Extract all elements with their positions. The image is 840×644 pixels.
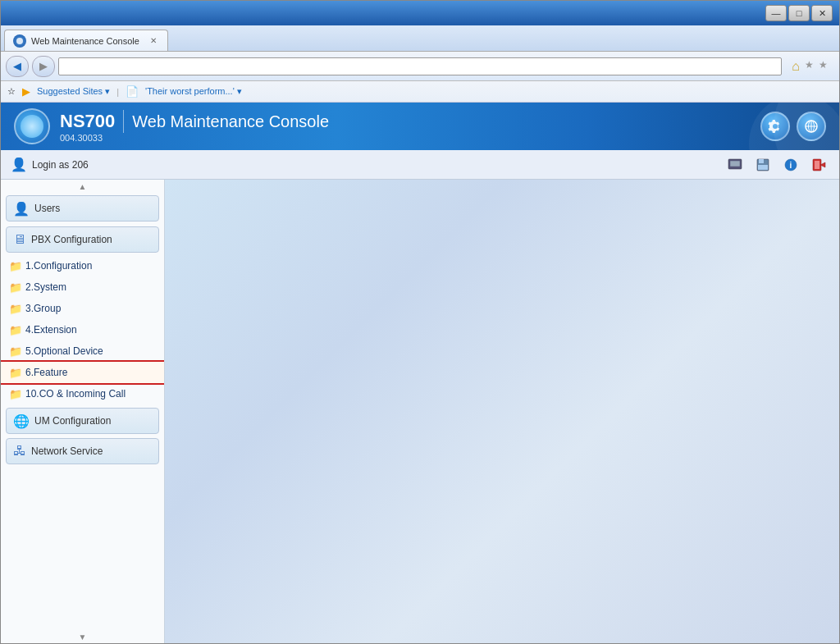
folder-icon-co-incoming: 📁 [9,388,22,400]
svg-point-2 [809,121,815,132]
app-version: 004.30033 [60,133,329,143]
extension-label: 4.Extension [25,324,77,336]
login-info: 👤 Login as 206 [11,157,89,172]
nav-icons: ⌂ ★ ★ [785,59,834,74]
app-toolbar: 👤 Login as 206 i [1,150,839,180]
header-globe-button[interactable] [797,112,826,141]
pbx-icon: 🖥 [13,232,26,247]
users-icon: 👤 [13,201,30,217]
forward-button[interactable]: ▶ [32,56,55,77]
app-title: Web Maintenance Console [132,112,329,131]
group-label: 3.Group [25,303,61,314]
suggested-sites-link[interactable]: Suggested Sites ▾ [37,86,110,97]
bookmark-icon-2: 📄 [126,85,139,98]
network-service-section-header[interactable]: 🖧 Network Service [6,438,159,464]
title-bar: — □ ✕ [1,1,839,25]
login-icon: 👤 [11,157,27,172]
folder-icon-optional-device: 📁 [9,345,22,358]
browser-content: NS700 Web Maintenance Console 004.30033 [1,103,839,643]
logout-icon[interactable] [808,154,829,176]
sidebar-item-system[interactable]: 📁 2.System [1,276,164,298]
save-icon[interactable] [752,154,774,176]
users-label: Users [34,203,60,214]
configuration-label: 1.Configuration [25,260,92,272]
um-icon: 🌐 [13,413,30,429]
optional-device-label: 5.Optional Device [25,345,103,357]
co-incoming-label: 10.CO & Incoming Call [25,388,126,400]
app-header: NS700 Web Maintenance Console 004.30033 [1,103,839,150]
sidebar-item-configuration[interactable]: 📁 1.Configuration [1,255,164,276]
sidebar: ▲ 👤 Users 🖥 PBX Configuration 📁 1. [1,180,165,643]
scroll-down-button[interactable]: ▼ [1,630,164,643]
pbx-configuration-section-header[interactable]: 🖥 PBX Configuration [6,226,159,253]
folder-icon-configuration: 📁 [9,260,22,272]
svg-point-1 [806,121,817,132]
their-worst-label: 'Their worst perform...' ▾ [145,86,242,97]
tabs-bar: Web Maintenance Console ✕ [1,25,839,52]
browser-window: — □ ✕ Web Maintenance Console ✕ ◀ ▶ ⌂ ★ [0,0,840,644]
close-button[interactable]: ✕ [811,5,833,21]
svg-text:i: i [790,161,792,170]
users-section-header[interactable]: 👤 Users [6,195,159,222]
um-label: UM Configuration [34,415,111,427]
tab-favicon [13,34,26,48]
svg-point-0 [16,38,23,44]
address-bar[interactable] [58,57,782,75]
bookmarks-bar: ☆ ▶ Suggested Sites ▾ | 📄 'Their worst p… [1,81,839,103]
svg-rect-6 [730,161,740,167]
home-icon[interactable]: ⌂ [792,59,800,74]
maximize-button[interactable]: □ [788,5,810,21]
login-label: Login as 206 [32,159,89,171]
browser-tab[interactable]: Web Maintenance Console ✕ [4,30,168,51]
app-logo-globe [21,115,43,138]
info-icon[interactable]: i [780,154,801,176]
sidebar-item-co-incoming[interactable]: 📁 10.CO & Incoming Call [1,383,164,404]
sidebar-item-extension[interactable]: 📁 4.Extension [1,319,164,340]
their-worst-link[interactable]: 'Their worst perform...' ▾ [145,86,242,97]
favorites-star-icon[interactable]: ★ [805,59,814,74]
suggested-sites-icon: ▶ [22,85,30,98]
back-button[interactable]: ◀ [6,56,29,77]
app-brand: NS700 [60,111,115,132]
content-area [165,180,839,643]
folder-icon-system: 📁 [9,281,22,294]
svg-rect-8 [759,159,764,163]
window-controls: — □ ✕ [765,5,833,21]
scroll-up-button[interactable]: ▲ [1,180,164,193]
um-configuration-section-header[interactable]: 🌐 UM Configuration [6,408,159,434]
tab-label: Web Maintenance Console [31,36,139,46]
app-logo [14,108,50,144]
network-label: Network Service [31,445,103,457]
pbx-label: PBX Configuration [31,234,112,245]
sidebar-item-feature[interactable]: 📁 6.Feature [1,362,164,383]
app-title-area: NS700 Web Maintenance Console 004.30033 [60,110,329,143]
svg-rect-9 [758,165,768,170]
sidebar-item-group[interactable]: 📁 3.Group [1,298,164,319]
desktop: — □ ✕ Web Maintenance Console ✕ ◀ ▶ ⌂ ★ [0,0,840,644]
add-favorites-icon[interactable]: ★ [819,59,828,74]
header-settings-button[interactable] [760,112,790,141]
phone-icon[interactable] [724,154,746,176]
navigation-bar: ◀ ▶ ⌂ ★ ★ [1,52,839,81]
folder-icon-extension: 📁 [9,324,22,336]
network-icon: 🖧 [13,444,26,459]
svg-rect-13 [815,161,819,169]
system-label: 2.System [25,281,66,293]
main-area: ▲ 👤 Users 🖥 PBX Configuration 📁 1. [1,180,839,643]
suggested-sites-label: Suggested Sites ▾ [37,86,110,97]
app-header-buttons [760,112,826,141]
toolbar-actions: i [724,154,829,176]
feature-label: 6.Feature [25,367,67,378]
minimize-button[interactable]: — [765,5,787,21]
folder-icon-group: 📁 [9,303,22,315]
bookmarks-star-icon: ☆ [7,86,16,97]
folder-icon-feature: 📁 [9,367,22,379]
tab-close-button[interactable]: ✕ [148,35,159,47]
sidebar-item-optional-device[interactable]: 📁 5.Optional Device [1,340,164,362]
